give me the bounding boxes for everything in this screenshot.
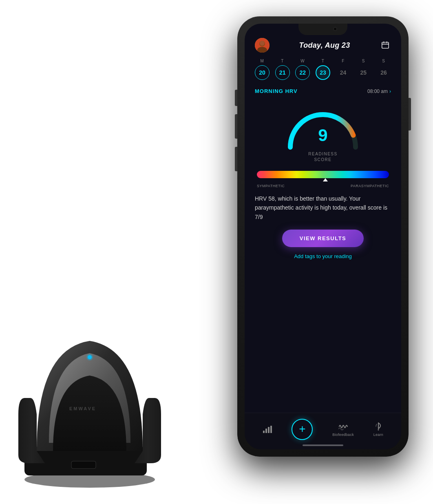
learn-label: Learn: [373, 433, 384, 437]
spectrum-bar: [257, 171, 389, 178]
day-number-fri: 24: [336, 65, 351, 80]
day-item-sun[interactable]: S 26: [376, 59, 391, 80]
spectrum-labels: SYMPATHETIC PARASYMPATHETIC: [257, 184, 389, 188]
bars-icon: [263, 424, 272, 434]
svg-rect-2: [71, 461, 96, 469]
svg-text:9: 9: [318, 126, 327, 145]
phone-screen: Today, Aug 23 M: [245, 24, 401, 449]
svg-point-9: [260, 41, 265, 46]
day-number-mon: 20: [255, 65, 270, 80]
svg-rect-15: [263, 431, 265, 433]
svg-rect-16: [265, 429, 267, 433]
calendar-icon[interactable]: [380, 40, 391, 51]
spectrum-section: SYMPATHETIC PARASYMPATHETIC: [253, 171, 393, 188]
sensor-device: EMWAVE: [12, 300, 167, 471]
day-label-mon: M: [261, 59, 264, 63]
day-item-sat[interactable]: S 25: [356, 59, 371, 80]
sensor-svg: EMWAVE: [12, 316, 167, 488]
view-results-button[interactable]: VIEW RESULTS: [282, 230, 364, 247]
day-label-thu: T: [322, 59, 325, 63]
day-item-mon[interactable]: M 20: [255, 59, 270, 80]
camera-dot: [333, 27, 337, 31]
nav-item-learn[interactable]: Learn: [373, 422, 384, 437]
svg-rect-10: [382, 42, 389, 49]
nav-plus-button[interactable]: +: [292, 419, 313, 440]
readiness-label: READINESS SCORE: [308, 151, 337, 163]
day-item-wed[interactable]: W 22: [295, 59, 310, 80]
hrv-header: MORNING HRV 08:00 am ›: [253, 88, 393, 94]
phone-volume-down-button: [235, 147, 237, 171]
phone-container: Today, Aug 23 M: [237, 16, 409, 465]
calendar-svg: [381, 41, 390, 50]
phone-silent-button: [235, 90, 237, 106]
day-selector: M 20 T 21 W 22 T 23: [253, 59, 393, 80]
learn-icon: [373, 422, 383, 431]
day-item-fri[interactable]: F 24: [336, 59, 351, 80]
add-tags-link[interactable]: Add tags to your reading: [253, 253, 393, 259]
screen-content: Today, Aug 23 M: [245, 24, 401, 449]
sympathetic-label: SYMPATHETIC: [257, 184, 285, 188]
gauge-svg: 9: [282, 100, 364, 157]
nav-item-stats[interactable]: [263, 424, 272, 434]
day-label-fri: F: [342, 59, 345, 63]
phone-volume-up-button: [235, 114, 237, 139]
scene: EMWAVE: [0, 0, 433, 504]
home-indicator: [303, 444, 343, 446]
hrv-description: HRV 58, which is better than usually. Yo…: [253, 194, 393, 221]
phone-body: Today, Aug 23 M: [237, 16, 409, 457]
nav-item-biofeedback[interactable]: Biofeedback: [332, 422, 354, 437]
day-label-wed: W: [300, 59, 305, 63]
day-label-tue: T: [281, 59, 284, 63]
svg-text:EMWAVE: EMWAVE: [69, 406, 96, 411]
svg-rect-17: [268, 427, 270, 433]
score-title: READINESS SCORE: [308, 151, 337, 163]
day-label-sun: S: [382, 59, 385, 63]
day-item-tue[interactable]: T 21: [275, 59, 290, 80]
biofeedback-label: Biofeedback: [332, 433, 354, 437]
day-item-thu[interactable]: T 23: [316, 59, 330, 80]
avatar-image: [255, 38, 270, 53]
svg-point-4: [86, 354, 93, 360]
chevron-icon: ›: [389, 88, 391, 94]
spectrum-marker: [323, 178, 328, 181]
hrv-time: 08:00 am ›: [367, 88, 391, 94]
header-title: Today, Aug 23: [299, 41, 350, 50]
day-number-thu: 23: [316, 65, 330, 80]
svg-point-19: [378, 429, 379, 431]
gauge-container: 9 READINESS: [253, 100, 393, 163]
bottom-nav: + Biofeedback: [245, 413, 401, 449]
day-number-wed: 22: [295, 65, 310, 80]
sensor-body: EMWAVE: [12, 316, 159, 471]
plus-icon: +: [299, 423, 305, 435]
app-header: Today, Aug 23: [253, 38, 393, 53]
parasympathetic-label: PARASYMPATHETIC: [351, 184, 389, 188]
day-number-tue: 21: [275, 65, 290, 80]
biofeedback-icon: [338, 422, 348, 431]
svg-rect-18: [270, 426, 272, 433]
avatar[interactable]: [255, 38, 270, 53]
day-number-sat: 25: [356, 65, 371, 80]
hrv-section-label: MORNING HRV: [255, 88, 298, 94]
day-label-sat: S: [362, 59, 365, 63]
day-number-sun: 26: [376, 65, 391, 80]
phone-power-button: [409, 98, 411, 130]
phone-notch: [298, 24, 347, 35]
